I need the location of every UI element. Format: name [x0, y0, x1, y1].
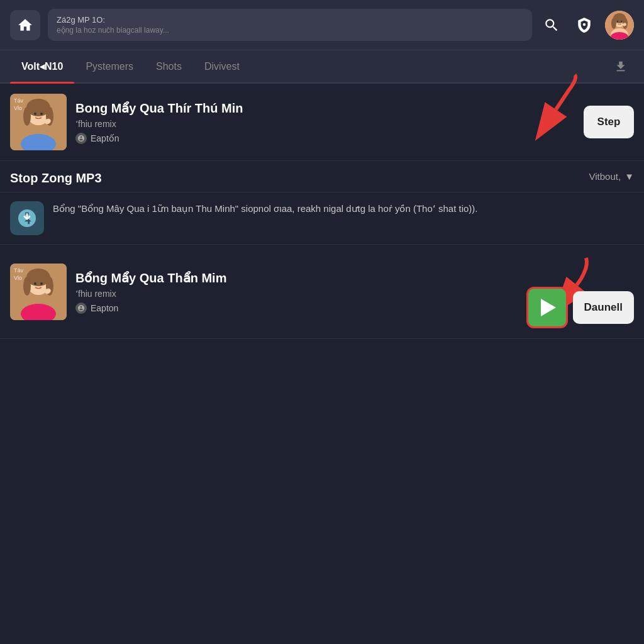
search-icon[interactable] [540, 13, 564, 37]
svg-point-0 [583, 23, 586, 25]
song-info-1: Bong Mẩy Qua Thír Thú Min ʻfhiu remix Ea… [75, 100, 535, 144]
search-title: Zá2g MP 1O: [57, 15, 523, 25]
song-info-2: Bổng Mẩy Qua Thẩn Mim ʻfhiu remix Eapton [75, 270, 518, 314]
svg-point-7 [611, 18, 616, 29]
song-title-1: Bong Mẩy Qua Thír Thú Min [75, 100, 535, 116]
svg-text:Táv: Táv [14, 267, 24, 274]
song-remix-1: ʻfhiu remix [75, 119, 535, 129]
info-meta: Vitbout, ▼ [589, 171, 634, 182]
search-bar[interactable]: Zá2g MP 1O: eộng la hoz nuĉh biagcall la… [48, 9, 532, 41]
svg-point-34 [40, 282, 43, 285]
song-remix-2: ʻfhiu remix [75, 289, 518, 299]
avatar[interactable] [605, 11, 634, 40]
song-author-2: Eapton [75, 303, 518, 314]
author-icon-1 [75, 133, 87, 144]
song-author-1: Eaptốn [75, 133, 535, 144]
download-icon[interactable] [10, 201, 44, 235]
shield-icon[interactable] [572, 13, 596, 37]
home-button[interactable] [10, 10, 40, 40]
svg-text:Táv: Táv [14, 97, 24, 104]
description-text: Bổng "Bổng Mây Qua i 1ữn baụn Thu Minh" … [53, 201, 634, 216]
svg-point-10 [617, 20, 618, 21]
info-title: Stop Zong MP3 [10, 171, 102, 186]
song-item-1: Táv Vlo Bong Mẩy Qua Thír Thú Min ʻfhiu … [0, 84, 644, 161]
author-name-1: Eaptốn [91, 133, 119, 143]
author-icon-2 [75, 303, 87, 314]
tab-divivest[interactable]: Divivest [193, 51, 251, 82]
svg-point-11 [621, 20, 622, 21]
daunell-button[interactable]: Daunell [573, 291, 634, 324]
chevron-down-icon[interactable]: ▼ [625, 171, 634, 182]
svg-point-31 [23, 277, 31, 296]
download-tab[interactable] [608, 53, 634, 80]
tab-pystemers[interactable]: Pystemers [74, 51, 145, 82]
info-meta-label: Vitbout, [589, 171, 621, 182]
header: Zá2g MP 1O: eộng la hoz nuĉh biagcall la… [0, 0, 644, 50]
author-name-2: Eapton [91, 303, 118, 313]
header-icons [540, 11, 634, 40]
song-thumb-1: Táv Vlo [10, 94, 67, 150]
avatar-image [605, 11, 634, 40]
svg-text:Vlo: Vlo [14, 105, 22, 111]
svg-text:Vlo: Vlo [14, 275, 22, 281]
search-subtitle: eộng la hoz nuĉh biagcall laway... [57, 26, 523, 35]
play-button-2[interactable] [526, 287, 568, 328]
svg-point-33 [34, 282, 36, 285]
song-thumb-2: Táv Vlo [10, 264, 67, 320]
song-item-2: Táv Vlo Bổng Mẩy Qua Thẩn Mim ʻfhiu remi… [0, 245, 644, 339]
info-section: Stop Zong MP3 Vitbout, ▼ [0, 161, 644, 192]
svg-point-17 [23, 107, 31, 126]
svg-point-20 [40, 113, 43, 115]
tab-volton10[interactable]: Volt◂N10 [10, 50, 74, 82]
content: Táv Vlo Bong Mẩy Qua Thír Thú Min ʻfhiu … [0, 84, 644, 339]
song-title-2: Bổng Mẩy Qua Thẩn Mim [75, 270, 518, 286]
step-button-1[interactable]: Step [584, 106, 634, 138]
play-triangle-icon [541, 299, 556, 316]
tab-shots[interactable]: Shots [145, 51, 193, 82]
svg-point-19 [34, 113, 36, 115]
description-box: Bổng "Bổng Mây Qua i 1ữn baụn Thu Minh" … [0, 192, 644, 245]
